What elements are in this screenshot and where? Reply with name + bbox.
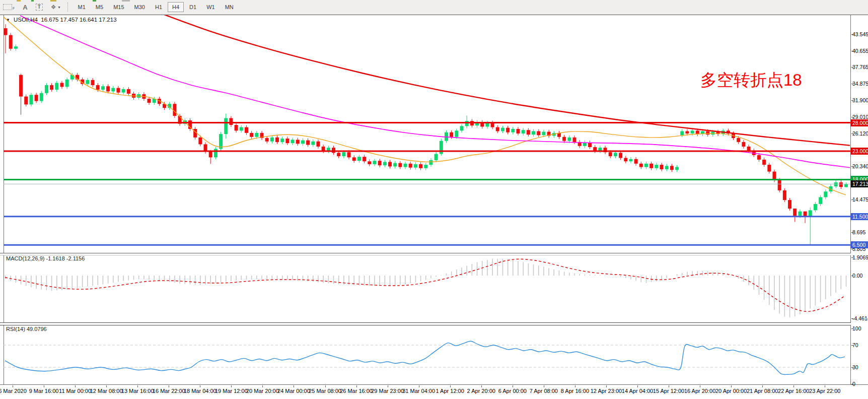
time-axis-label: 16 Mar 22:00 bbox=[153, 388, 185, 394]
time-axis-label: 22 Apr 16:00 bbox=[778, 388, 809, 394]
time-tick bbox=[169, 385, 169, 387]
candle-body bbox=[19, 75, 23, 97]
candle-body bbox=[609, 152, 612, 156]
marker-grid-label: F bbox=[13, 7, 15, 10]
candle-body bbox=[839, 182, 843, 187]
axis-tick bbox=[851, 51, 853, 51]
cut-icon-sliver bbox=[17, 0, 21, 2]
time-axis-label: 24 Mar 00:00 bbox=[277, 388, 310, 394]
main-chart-pane[interactable] bbox=[4, 15, 850, 253]
timeframe-button-m5[interactable]: M5 bbox=[91, 2, 108, 12]
price-scale-label: 20.340 bbox=[852, 163, 868, 170]
time-tick bbox=[513, 385, 513, 387]
candle-body bbox=[532, 131, 535, 135]
price-axis[interactable]: 43.54540.65537.76534.87531.90029.01026.1… bbox=[851, 15, 868, 384]
timeframe-button-m1[interactable]: M1 bbox=[74, 2, 90, 12]
candle-body bbox=[342, 152, 345, 156]
candle-body bbox=[245, 127, 248, 133]
cut-icon-sliver bbox=[31, 0, 34, 2]
price-scale-label: 26.120 bbox=[852, 130, 868, 137]
macd-signal-line bbox=[5, 259, 845, 311]
candle-body bbox=[240, 127, 243, 131]
timeframe-button-w1[interactable]: W1 bbox=[202, 2, 220, 12]
toolbar: F A T ❖ ▾ M1M5M15M30H1H4D1W1MN bbox=[0, 0, 868, 15]
candle-body bbox=[4, 28, 8, 35]
macd-axis-label: -4.4614 bbox=[852, 315, 868, 322]
candle-body bbox=[9, 35, 13, 49]
macd-pane[interactable] bbox=[4, 254, 850, 322]
toolbar-grip[interactable] bbox=[67, 3, 68, 12]
time-tick bbox=[137, 385, 138, 387]
time-axis-label: 8 Apr 16:00 bbox=[561, 388, 589, 394]
candle-body bbox=[60, 83, 63, 87]
candle-body bbox=[757, 155, 761, 160]
price-scale-label: 31.900 bbox=[852, 97, 868, 104]
candle-body bbox=[65, 80, 69, 87]
timeframe-button-h4[interactable]: H4 bbox=[168, 2, 184, 12]
candle-body bbox=[29, 95, 33, 104]
chart-annotation-text: 多空转折点18 bbox=[700, 69, 802, 92]
rsi-pane[interactable] bbox=[4, 324, 850, 384]
candle-body bbox=[306, 141, 310, 145]
timeframe-button-m30[interactable]: M30 bbox=[130, 2, 150, 12]
price-scale-label: 43.545 bbox=[852, 31, 868, 38]
candle-body bbox=[116, 88, 120, 93]
timeframe-button-m15[interactable]: M15 bbox=[109, 2, 128, 12]
candle-body bbox=[522, 130, 525, 134]
candle-body bbox=[301, 141, 305, 144]
time-axis-label: 12 Mar 08:00 bbox=[90, 388, 123, 394]
time-axis[interactable]: 6 Mar 20209 Mar 16:0011 Mar 00:0012 Mar … bbox=[0, 385, 851, 399]
time-tick bbox=[700, 385, 700, 387]
time-tick bbox=[231, 385, 232, 387]
axis-tick bbox=[851, 276, 853, 276]
text-box-icon[interactable]: T bbox=[36, 4, 43, 11]
time-tick bbox=[481, 385, 482, 387]
time-tick bbox=[762, 385, 763, 387]
marker-grid-icon[interactable]: F bbox=[3, 4, 15, 10]
candle-body bbox=[706, 131, 709, 135]
candle-body bbox=[209, 152, 212, 157]
candle-body bbox=[368, 161, 371, 164]
candle-body bbox=[562, 137, 566, 141]
candle-body bbox=[440, 141, 443, 154]
price-badge-23.000: 23.000 bbox=[851, 148, 868, 155]
candle-body bbox=[567, 138, 571, 141]
candle-body bbox=[762, 160, 766, 165]
axis-tick bbox=[851, 134, 853, 134]
candle-body bbox=[35, 95, 38, 101]
candle-body bbox=[572, 138, 576, 142]
time-axis-label: 16 Apr 20:00 bbox=[684, 388, 715, 394]
time-axis-label: 20 Apr 00:00 bbox=[715, 388, 747, 394]
time-axis-label: 6 Mar 2020 bbox=[0, 388, 27, 394]
candle-body bbox=[111, 88, 115, 92]
time-tick bbox=[419, 385, 419, 387]
timeframe-button-d1[interactable]: D1 bbox=[185, 2, 201, 12]
time-tick bbox=[13, 385, 13, 387]
time-axis-label: 6 Apr 00:00 bbox=[498, 388, 527, 394]
candle-body bbox=[280, 139, 284, 142]
candle-body bbox=[834, 182, 838, 186]
candle-body bbox=[214, 149, 218, 157]
symbol-menu-icon[interactable]: ▼ bbox=[6, 18, 10, 22]
candle-body bbox=[275, 138, 279, 142]
axis-tick bbox=[851, 318, 853, 319]
candle-body bbox=[737, 138, 740, 142]
time-axis-label: 23 Apr 22:00 bbox=[809, 388, 840, 394]
shapes-icon[interactable]: ❖ ▾ bbox=[51, 4, 60, 11]
time-axis-label: 21 Apr 08:00 bbox=[747, 388, 778, 394]
time-tick bbox=[44, 385, 44, 387]
candle-body bbox=[383, 162, 387, 165]
price-badge-17.213: 17.213 bbox=[851, 180, 868, 187]
price-scale-label: 40.655 bbox=[852, 48, 868, 54]
time-axis-label: 19 Mar 12:00 bbox=[215, 388, 248, 394]
candle-body bbox=[465, 121, 469, 126]
time-tick bbox=[356, 385, 357, 387]
timeframe-button-mn[interactable]: MN bbox=[221, 2, 238, 12]
candle-body bbox=[793, 209, 797, 216]
time-axis-label: 14 Apr 04:00 bbox=[622, 388, 653, 394]
time-tick bbox=[637, 385, 638, 387]
timeframe-button-h1[interactable]: H1 bbox=[151, 2, 167, 12]
candle-body bbox=[398, 163, 402, 167]
text-a-icon[interactable]: A bbox=[23, 4, 27, 11]
candle-body bbox=[127, 89, 130, 94]
